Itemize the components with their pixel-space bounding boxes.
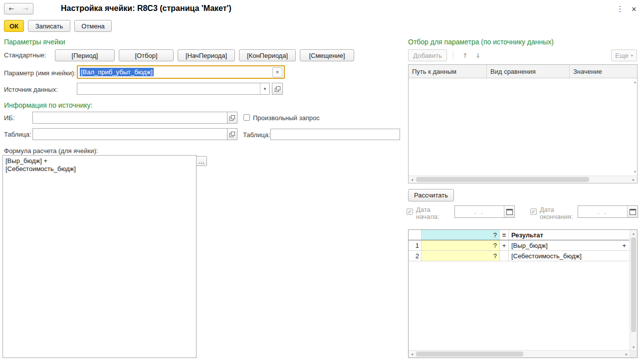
row-op-cell: +: [500, 240, 509, 250]
move-up-icon: ↑: [462, 52, 468, 59]
row-op-cell: [500, 251, 509, 261]
source-info-section-title: Информация по источнику:: [4, 101, 92, 109]
scroll-up-icon[interactable]: ▴: [634, 80, 636, 84]
filter-table-body[interactable]: [409, 78, 637, 170]
standard-period-end-button[interactable]: [КонПериода]: [239, 49, 296, 61]
standard-filter-button[interactable]: [Отбор]: [119, 49, 174, 61]
result-grid-row-2[interactable]: 2 ? [Себестоимость_бюдж]: [409, 251, 630, 261]
row-question-cell[interactable]: ?: [422, 251, 500, 261]
clear-icon: ×: [275, 69, 279, 76]
scroll-right-icon[interactable]: ▸: [630, 176, 637, 183]
data-source-open-button[interactable]: [272, 83, 283, 95]
ib-label: ИБ:: [4, 114, 15, 122]
standard-offset-button[interactable]: [Смещение]: [300, 49, 354, 61]
formula-ellipsis-button[interactable]: ...: [196, 156, 207, 166]
date-end-label: Дата окончания:: [540, 206, 573, 220]
cell-params-section-title: Параметры ячейки: [4, 38, 65, 46]
param-filter-section-title: Отбор для параметра (по источнику данных…: [408, 38, 554, 46]
clear-button[interactable]: ×: [272, 67, 282, 77]
standard-period-start-button[interactable]: [НачПериода]: [178, 49, 235, 61]
open-icon: [275, 86, 280, 92]
date-end-checkbox[interactable]: ✓: [530, 208, 537, 215]
param-name-label: Параметр (имя ячейки):: [4, 69, 76, 77]
formula-textarea[interactable]: [Выр_бюдж] + [Себестоимость_бюдж]: [2, 155, 197, 358]
dropdown-icon[interactable]: ▾: [260, 83, 269, 94]
move-down-icon: ↓: [475, 52, 481, 59]
check-icon: ✓: [531, 209, 535, 214]
date-start-input[interactable]: . .: [454, 205, 515, 218]
date-start-calendar-button[interactable]: [504, 206, 514, 217]
arbitrary-query-label: Произвольный запрос: [253, 114, 320, 122]
result-grid-header-row: ? = Результат: [409, 230, 630, 240]
scroll-left-icon[interactable]: ◂: [409, 176, 416, 183]
window-menu-icon[interactable]: ⋮: [616, 4, 625, 14]
filter-table-hscrollbar[interactable]: ◂ ▸: [409, 176, 637, 183]
cell-settings-window: ← → Настройка ячейки: R8C3 (страница 'Ма…: [0, 0, 644, 361]
close-icon[interactable]: ✕: [630, 4, 639, 14]
row-result-value: [Себестоимость_бюдж]: [511, 252, 582, 260]
row-question-cell[interactable]: ?: [422, 240, 500, 250]
row-result-cell[interactable]: [Выр_бюдж] +: [509, 240, 630, 250]
arbitrary-query-checkbox[interactable]: [243, 114, 250, 121]
result-grid-row-1[interactable]: 1 ? + [Выр_бюдж] +: [409, 240, 630, 251]
column-header-data-path[interactable]: Путь к данным: [409, 65, 487, 78]
filter-table: Путь к данным Вид сравнения Значение ▴ ▾…: [408, 64, 638, 183]
date-end-value: . .: [578, 208, 627, 215]
cell-name-input[interactable]: [Вал_приб_убыт_бюдж] ×: [77, 65, 285, 79]
scroll-down-icon[interactable]: ▾: [634, 170, 636, 174]
date-end-calendar-button[interactable]: [627, 206, 638, 217]
table2-input[interactable]: [270, 129, 400, 140]
table-open-button[interactable]: [227, 128, 237, 140]
write-button[interactable]: Записать: [28, 20, 70, 32]
more-button-label: Еще: [615, 52, 628, 59]
grid-header-op-cell: =: [500, 230, 509, 240]
formula-label: Формула расчета (для ячейки):: [4, 147, 98, 155]
row-result-cell[interactable]: [Себестоимость_бюдж]: [509, 251, 630, 261]
table2-label: Таблица:: [243, 131, 270, 139]
dropdown-icon: ▾: [631, 53, 633, 58]
check-icon: ✓: [408, 209, 412, 214]
ib-input[interactable]: [32, 112, 227, 124]
calculate-button[interactable]: Рассчитать: [408, 189, 454, 201]
grid-header-question-cell[interactable]: ?: [422, 230, 500, 240]
toolbar-separator: [453, 51, 453, 60]
date-start-label: Дата начала:: [416, 206, 439, 220]
scroll-down-icon[interactable]: ▾: [630, 344, 637, 351]
date-start-checkbox[interactable]: ✓: [407, 208, 413, 215]
ib-open-button[interactable]: [227, 112, 237, 124]
row-number: 2: [409, 251, 422, 261]
scroll-up-icon[interactable]: ▴: [630, 230, 637, 237]
result-grid-vscrollbar[interactable]: ▴ ▾: [630, 230, 637, 351]
back-button[interactable]: ←: [4, 3, 19, 14]
hscrollbar-thumb[interactable]: [416, 177, 589, 182]
cancel-button[interactable]: Отмена: [74, 20, 112, 32]
calendar-icon: [506, 209, 513, 215]
scrollbar-corner: [630, 351, 637, 358]
column-header-comparison[interactable]: Вид сравнения: [487, 65, 570, 78]
calendar-icon: [630, 209, 636, 215]
forward-icon: →: [23, 5, 28, 12]
result-grid-hscrollbar[interactable]: ◂ ▸: [409, 350, 630, 358]
data-source-label: Источник данных:: [4, 86, 58, 93]
move-down-button[interactable]: ↓: [472, 49, 484, 61]
forward-button[interactable]: →: [18, 3, 33, 14]
grid-corner-cell: [409, 230, 422, 240]
more-button[interactable]: Еще ▾: [611, 49, 637, 61]
hscrollbar-thumb[interactable]: [416, 352, 523, 357]
date-end-input[interactable]: . .: [578, 205, 638, 218]
open-icon: [229, 115, 235, 121]
data-source-input[interactable]: ▾: [77, 83, 270, 95]
ok-button[interactable]: ОК: [4, 20, 24, 32]
filter-table-header: Путь к данным Вид сравнения Значение: [409, 65, 637, 78]
move-up-button[interactable]: ↑: [459, 49, 471, 61]
column-header-value[interactable]: Значение: [570, 65, 637, 78]
standard-label: Стандартные:: [4, 51, 46, 59]
standard-period-button[interactable]: [Период]: [55, 49, 115, 61]
row-number: 1: [409, 240, 422, 250]
ellipsis-icon: ...: [199, 158, 205, 165]
scroll-right-icon[interactable]: ▸: [623, 351, 630, 358]
table-input[interactable]: [32, 128, 227, 140]
scroll-left-icon[interactable]: ◂: [409, 351, 416, 358]
vscrollbar-thumb[interactable]: [631, 237, 636, 332]
add-button[interactable]: Добавить: [408, 49, 447, 61]
